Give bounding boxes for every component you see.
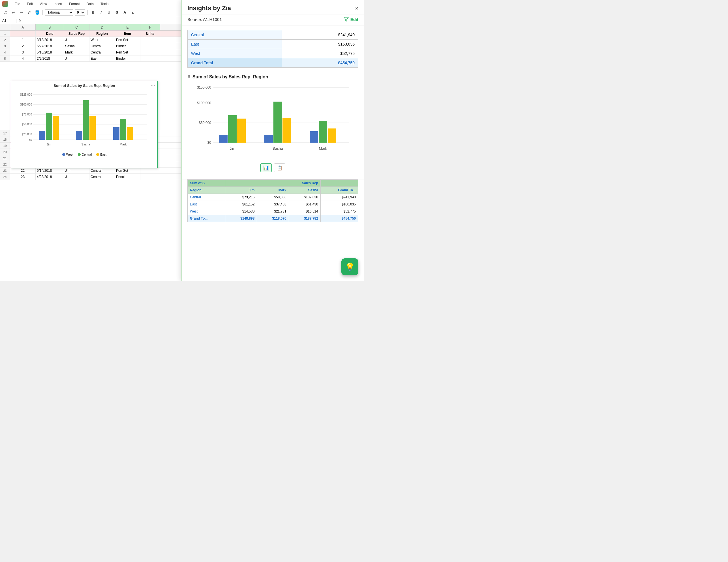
col-header-d[interactable]: D [89,24,115,30]
cell[interactable]: Central [89,43,115,49]
cell[interactable]: Central [89,174,115,180]
cell[interactable]: 22 [10,168,36,173]
pivot-col-salesrep: Sales Rep [225,180,321,187]
cell[interactable]: Binder [115,43,140,49]
cell[interactable]: Sasha [64,43,89,49]
cell[interactable] [140,49,160,55]
paint-format-button[interactable]: 🖌 [26,9,32,16]
col-header-e[interactable]: E [115,24,140,30]
bold-button[interactable]: B [90,9,96,16]
legend-label-central: Central [82,153,92,156]
svg-rect-20 [127,127,133,140]
cell[interactable]: 3 [10,49,36,55]
font-color-button[interactable]: A [122,9,128,16]
cell[interactable]: Jim [64,168,89,173]
cell[interactable]: Jim [64,174,89,180]
region-cell: East [188,201,225,208]
cell[interactable]: 5/14/2018 [36,168,64,173]
table-row: East $160,035 [188,40,358,49]
underline-button[interactable]: U [106,9,112,16]
cell[interactable]: Mark [64,49,89,55]
italic-button[interactable]: I [98,9,104,16]
svg-text:Mark: Mark [319,146,327,151]
svg-text:$100,000: $100,000 [20,103,32,106]
cell[interactable]: Jim [64,55,89,61]
edit-filter-button[interactable]: Edit [344,17,358,22]
grand-cell: $241,940 [320,194,358,201]
cell[interactable]: Pen Set [115,37,140,43]
cell[interactable]: 3/13/2018 [36,37,64,43]
pivot-table: Sum of S... Sales Rep Region Jim Mark Sa… [187,179,358,222]
font-selector[interactable]: Tahoma [45,9,73,16]
svg-rect-34 [228,115,237,143]
row-num: 22 [0,161,10,167]
source-row: Source: A1:H1001 Edit [182,14,364,25]
cell[interactable]: 23 [10,174,36,180]
cell[interactable]: Central [89,168,115,173]
cell[interactable]: Binder [115,55,140,61]
undo-button[interactable]: ↩ [10,9,16,16]
cell[interactable] [140,168,160,173]
close-button[interactable]: × [355,5,358,11]
svg-rect-38 [282,118,291,143]
cell[interactable]: West [89,37,115,43]
cell[interactable]: Pencil [115,174,140,180]
col-header-f[interactable]: F [140,24,160,30]
cell[interactable]: 2 [10,43,36,49]
col-header-c[interactable]: C [64,24,89,30]
chart-more-button[interactable]: ⋯ [151,83,155,88]
menu-tools[interactable]: Tools [99,1,110,7]
font-size-selector[interactable]: 9 [75,9,85,16]
cell[interactable]: Item [115,31,140,37]
cell[interactable]: Central [89,49,115,55]
cell[interactable]: 4/28/2018 [36,174,64,180]
total-cell: $52,775 [282,49,358,58]
cell[interactable]: 4 [10,55,36,61]
svg-text:Mark: Mark [120,143,127,146]
col-header-a[interactable]: A [10,24,36,30]
pivot-col-mark: Mark [257,187,289,194]
cell[interactable]: Units [140,31,160,37]
table-chart-button[interactable]: 📋 [274,163,285,172]
menu-format[interactable]: Format [68,1,81,7]
strikethrough-button[interactable]: S [114,9,120,16]
bar-chart-button[interactable]: 📊 [260,163,272,172]
cell[interactable]: Pen Set [115,49,140,55]
row-num: 18 [0,136,10,142]
col-header-b[interactable]: B [36,24,64,30]
row-num: 3 [0,43,10,49]
chart-legend: West Central East [11,151,157,158]
cell[interactable] [140,43,160,49]
row-num-header [0,24,10,30]
cell[interactable]: Pen Set [115,168,140,173]
cell[interactable]: 6/27/2018 [36,43,64,49]
menu-view[interactable]: View [38,1,48,7]
paint-bucket-button[interactable]: 🪣 [34,9,40,16]
cell[interactable]: 1 [10,37,36,43]
cell[interactable]: Date [36,31,64,37]
cell[interactable]: Sales Rep [64,31,89,37]
jim-cell: $73,216 [225,194,257,201]
cell[interactable]: East [89,55,115,61]
fab-insights-button[interactable]: 💡 [341,258,358,275]
cell[interactable]: 2/9/2018 [36,55,64,61]
table-row: West $14,530 $21,731 $16,514 $52,775 [188,208,358,215]
menu-data[interactable]: Data [85,1,95,7]
table-row: 1 Date Sales Rep Region Item Units [0,31,181,37]
cell[interactable] [140,37,160,43]
redo-button[interactable]: ↪ [18,9,24,16]
print-button[interactable]: 🖨 [2,9,8,16]
menu-file[interactable]: File [14,1,21,7]
highlight-button[interactable]: ▲ [130,9,136,16]
row-num: 20 [0,149,10,155]
svg-rect-13 [46,113,52,140]
cell[interactable]: Region [89,31,115,37]
cell[interactable] [10,31,36,37]
cell[interactable]: 5/16/2018 [36,49,64,55]
cell[interactable] [140,174,160,180]
cell[interactable] [140,55,160,61]
svg-text:Jim: Jim [46,143,51,146]
cell[interactable]: Jim [64,37,89,43]
menu-insert[interactable]: Insert [53,1,63,7]
menu-edit[interactable]: Edit [26,1,34,7]
